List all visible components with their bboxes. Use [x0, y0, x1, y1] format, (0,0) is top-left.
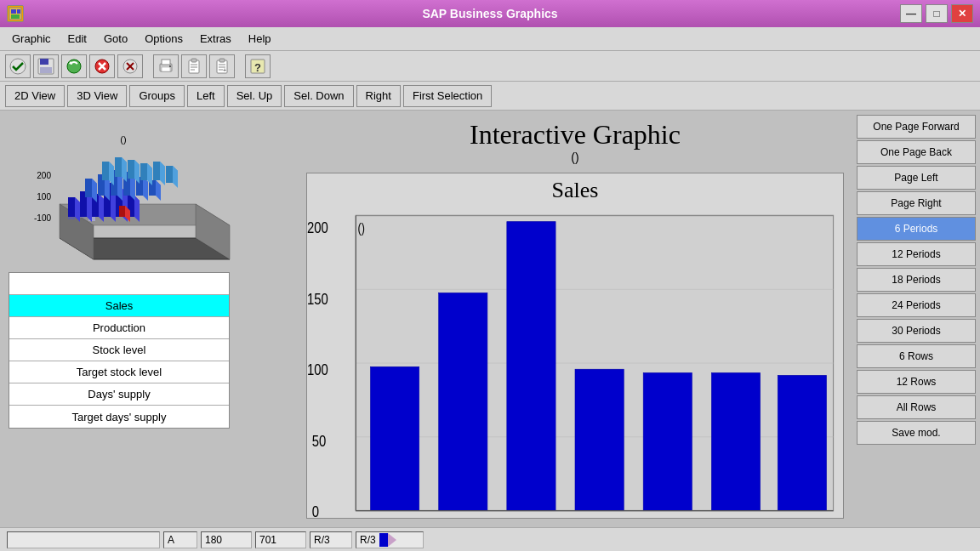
svg-rect-1: [11, 9, 16, 14]
svg-rect-6: [40, 59, 48, 65]
btn-30-periods[interactable]: 30 Periods: [857, 319, 976, 343]
menu-graphic[interactable]: Graphic: [3, 30, 60, 48]
svg-marker-121: [388, 533, 396, 547]
svg-text:-100: -100: [34, 213, 51, 223]
view-bar: 2D View 3D View Groups Left Sel. Up Sel.…: [0, 82, 980, 111]
svg-marker-90: [128, 160, 134, 179]
help-button[interactable]: ?: [245, 54, 271, 78]
btn-save-mod[interactable]: Save mod.: [857, 421, 976, 445]
legend: Sales Production Stock level Target stoc…: [9, 272, 230, 429]
btn-left[interactable]: Left: [187, 85, 225, 107]
status-field-r3-2: R/3: [356, 531, 424, 548]
btn-right[interactable]: Right: [356, 85, 401, 107]
svg-marker-100: [173, 166, 178, 188]
btn-first-selection[interactable]: First Selection: [403, 85, 492, 107]
stop-button[interactable]: [89, 54, 115, 78]
svg-text:100: 100: [307, 361, 328, 379]
btn-one-page-forward[interactable]: One Page Forward: [857, 115, 976, 139]
menu-help[interactable]: Help: [240, 30, 280, 48]
title-text: SAP Business Graphics: [422, 7, 557, 20]
svg-marker-99: [166, 166, 173, 183]
svg-rect-18: [162, 67, 170, 71]
app-window: SAP Business Graphics — □ ✕ Graphic Edit…: [0, 0, 980, 551]
legend-item-target-stock[interactable]: Target stock level: [9, 361, 229, 383]
svg-text:+: +: [223, 67, 226, 73]
svg-rect-114: [575, 369, 624, 510]
svg-rect-116: [711, 373, 760, 511]
svg-text:0: 0: [312, 503, 319, 520]
svg-marker-63: [85, 179, 92, 197]
window-controls: — □ ✕: [900, 4, 973, 23]
btn-6-rows[interactable]: 6 Rows: [857, 344, 976, 368]
btn-18-periods[interactable]: 18 Periods: [857, 268, 976, 292]
legend-item-stock[interactable]: Stock level: [9, 339, 229, 361]
svg-marker-96: [153, 162, 160, 180]
legend-item-target-days[interactable]: Target days' supply: [9, 406, 229, 428]
legend-item-sales[interactable]: Sales: [9, 295, 229, 317]
svg-marker-87: [115, 157, 122, 177]
menu-options[interactable]: Options: [136, 30, 191, 48]
btn-6-periods[interactable]: 6 Periods: [857, 217, 976, 241]
legend-header: [9, 273, 229, 295]
svg-point-19: [169, 65, 171, 67]
legend-item-days-supply[interactable]: Days' supply: [9, 383, 229, 406]
bar-chart-container: Sales 0 50 100 150 200 (): [306, 173, 844, 519]
clipboard2-button[interactable]: +: [209, 54, 235, 78]
svg-text:50: 50: [312, 433, 327, 451]
btn-one-page-back[interactable]: One Page Back: [857, 140, 976, 164]
btn-sel-down[interactable]: Sel. Down: [284, 85, 353, 107]
svg-rect-120: [379, 533, 388, 547]
btn-page-right[interactable]: Page Right: [857, 191, 976, 215]
svg-marker-97: [160, 162, 165, 185]
cancel-button[interactable]: [117, 54, 143, 78]
btn-sel-up[interactable]: Sel. Up: [227, 85, 282, 107]
menu-extras[interactable]: Extras: [191, 30, 240, 48]
menu-edit[interactable]: Edit: [60, 30, 95, 48]
check-button[interactable]: [5, 54, 31, 78]
btn-24-periods[interactable]: 24 Periods: [857, 293, 976, 317]
chart-3d-preview: () 200 100 -100: [9, 119, 281, 264]
btn-groups[interactable]: Groups: [129, 85, 185, 107]
minimize-button[interactable]: —: [900, 4, 922, 23]
chart-main-title: Interactive Graphic: [306, 119, 844, 151]
svg-marker-76: [143, 177, 148, 201]
clipboard1-button[interactable]: [181, 54, 207, 78]
svg-rect-117: [778, 376, 826, 511]
btn-all-rows[interactable]: All Rows: [857, 395, 976, 419]
svg-rect-113: [507, 222, 556, 511]
svg-text:(): (): [358, 220, 365, 236]
svg-rect-112: [439, 293, 487, 511]
save-button[interactable]: [33, 54, 59, 78]
svg-text:200: 200: [307, 219, 328, 236]
svg-rect-21: [191, 59, 197, 62]
bar-chart-svg: 0 50 100 150 200 (): [307, 203, 843, 527]
menu-bar: Graphic Edit Goto Options Extras Help: [0, 27, 980, 51]
svg-rect-115: [643, 373, 692, 511]
status-field-180: 180: [201, 531, 252, 548]
svg-rect-26: [219, 59, 225, 62]
print-button[interactable]: [153, 54, 179, 78]
btn-12-rows[interactable]: 12 Rows: [857, 370, 976, 394]
legend-item-production[interactable]: Production: [9, 317, 229, 339]
svg-text:?: ?: [254, 61, 261, 74]
maximize-button[interactable]: □: [926, 4, 948, 23]
right-panel: One Page Forward One Page Back Page Left…: [852, 111, 980, 527]
btn-12-periods[interactable]: 12 Periods: [857, 242, 976, 266]
status-field-r3-1: R/3: [310, 531, 352, 548]
svg-text:(): (): [120, 134, 126, 145]
chart-3d-svg: () 200 100 -100: [9, 119, 281, 264]
svg-marker-81: [119, 206, 125, 217]
svg-marker-79: [156, 180, 161, 201]
svg-point-4: [10, 59, 26, 74]
btn-2d-view[interactable]: 2D View: [5, 85, 65, 107]
close-button[interactable]: ✕: [951, 4, 973, 23]
btn-page-left[interactable]: Page Left: [857, 166, 976, 190]
btn-3d-view[interactable]: 3D View: [67, 85, 127, 107]
menu-goto[interactable]: Goto: [95, 30, 136, 48]
svg-marker-45: [68, 197, 75, 217]
refresh-button[interactable]: [61, 54, 87, 78]
title-bar: SAP Business Graphics — □ ✕: [0, 0, 980, 27]
status-field1: [7, 531, 160, 548]
status-field-701: 701: [255, 531, 306, 548]
svg-rect-111: [370, 366, 419, 510]
